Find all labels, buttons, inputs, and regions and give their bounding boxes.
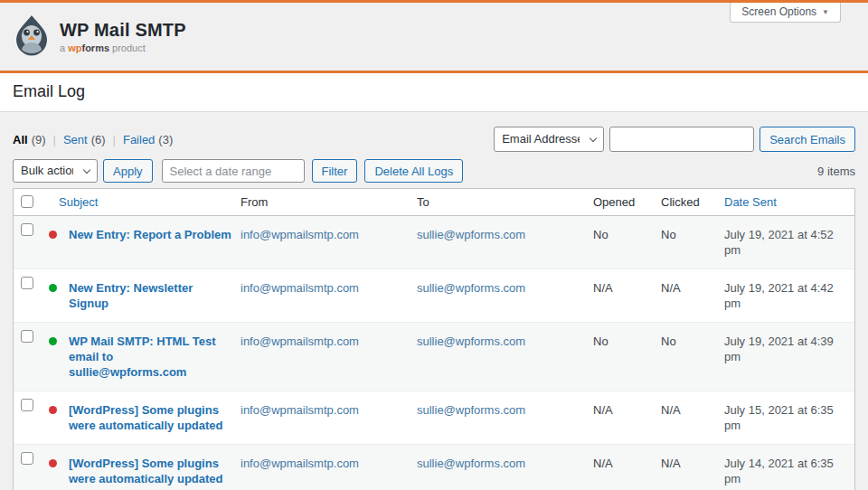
- view-sent-link[interactable]: Sent: [63, 133, 88, 146]
- sort-date-sent-header[interactable]: Date Sent: [724, 195, 777, 209]
- date-sent-value: July 19, 2021 at 4:52 pm: [724, 216, 854, 269]
- email-subject-link[interactable]: New Entry: Newsletter Signup: [69, 281, 193, 310]
- status-dot-icon: [49, 406, 57, 414]
- table-header-row: Subject From To Opened Clicked Date Sent: [14, 189, 854, 216]
- filter-button[interactable]: Filter: [312, 159, 358, 183]
- tagline-wp: wp: [68, 42, 81, 53]
- view-failed-link[interactable]: Failed: [123, 133, 155, 146]
- table-row: WP Mail SMTP: HTML Test email to sullie@…: [14, 323, 854, 391]
- opened-value: N/A: [593, 391, 661, 445]
- row-checkbox[interactable]: [21, 452, 33, 465]
- screen-options-button[interactable]: Screen Options ▼: [730, 3, 841, 23]
- clicked-header: Clicked: [661, 189, 724, 216]
- date-sent-value: July 19, 2021 at 4:39 pm: [724, 323, 854, 391]
- to-email: sullie@wpforms.com: [417, 391, 593, 445]
- sort-subject-header[interactable]: Subject: [59, 195, 98, 209]
- chevron-down-icon: ▼: [822, 8, 829, 16]
- select-all-checkbox[interactable]: [21, 195, 33, 208]
- from-email: info@wpmailsmtp.com: [241, 216, 417, 269]
- from-email: info@wpmailsmtp.com: [241, 323, 417, 391]
- email-subject-link[interactable]: WP Mail SMTP: HTML Test email to sullie@…: [69, 335, 216, 379]
- status-dot-icon: [49, 284, 57, 292]
- bulk-actions-select[interactable]: Bulk actions: [13, 159, 98, 183]
- view-filter-sent: Sent (6): [46, 133, 106, 146]
- view-failed-count: (3): [158, 133, 173, 146]
- from-email: info@wpmailsmtp.com: [241, 445, 417, 490]
- email-subject-link[interactable]: [WordPress] Some plugins were automatica…: [69, 457, 223, 485]
- page-title-bar: Email Log: [0, 73, 868, 112]
- search-emails-button[interactable]: Search Emails: [760, 127, 855, 152]
- view-all-link[interactable]: All: [13, 133, 28, 146]
- status-dot-icon: [49, 231, 57, 239]
- screen-options-label: Screen Options: [741, 5, 816, 18]
- clicked-value: No: [661, 323, 724, 391]
- email-subject-link[interactable]: [WordPress] Some plugins were automatica…: [69, 403, 223, 432]
- to-email: sullie@wpforms.com: [417, 269, 593, 323]
- to-email: sullie@wpforms.com: [417, 445, 593, 490]
- status-dot-icon: [49, 459, 57, 467]
- view-all-count: (9): [32, 133, 46, 146]
- clicked-value: N/A: [661, 445, 724, 490]
- items-count: 9 items: [817, 165, 855, 178]
- opened-value: N/A: [593, 269, 661, 323]
- search-input[interactable]: [609, 127, 754, 152]
- date-sent-value: July 14, 2021 at 6:35 pm: [724, 445, 854, 490]
- tagline-forms: forms: [81, 42, 109, 53]
- status-dot-icon: [49, 337, 57, 345]
- row-checkbox[interactable]: [21, 399, 33, 411]
- from-header: From: [241, 189, 417, 216]
- from-email: info@wpmailsmtp.com: [241, 269, 417, 323]
- bulk-actions-toolbar: Bulk actions Apply Filter Delete All Log…: [13, 159, 463, 183]
- opened-value: No: [593, 323, 661, 391]
- opened-value: N/A: [593, 445, 661, 490]
- delete-all-logs-button[interactable]: Delete All Logs: [364, 159, 463, 183]
- search-mode-select[interactable]: Email Addresses: [494, 127, 604, 152]
- row-checkbox[interactable]: [21, 330, 33, 343]
- view-sent-count: (6): [91, 133, 106, 146]
- clicked-value: N/A: [661, 269, 724, 323]
- table-row: New Entry: Report a Problem info@wpmails…: [14, 216, 854, 269]
- table-row: [WordPress] Some plugins were automatica…: [14, 391, 854, 445]
- email-log-table: Subject From To Opened Clicked Date Sent…: [13, 188, 855, 490]
- view-filter-all: All (9): [13, 133, 46, 146]
- pigeon-logo-icon: [13, 14, 51, 60]
- search-box: Email Addresses Search Emails: [494, 127, 855, 152]
- apply-button[interactable]: Apply: [103, 159, 153, 183]
- clicked-value: N/A: [661, 391, 724, 445]
- page-title: Email Log: [13, 82, 855, 101]
- to-header: To: [417, 189, 593, 216]
- tagline-suffix: product: [112, 42, 146, 53]
- opened-value: No: [593, 216, 661, 269]
- opened-header: Opened: [593, 189, 661, 216]
- from-email: info@wpmailsmtp.com: [241, 391, 417, 445]
- date-sent-value: July 15, 2021 at 6:35 pm: [724, 391, 854, 445]
- to-email: sullie@wpforms.com: [417, 323, 593, 391]
- row-checkbox[interactable]: [21, 277, 33, 289]
- tagline-prefix: a: [60, 42, 65, 53]
- email-subject-link[interactable]: New Entry: Report a Problem: [69, 228, 231, 241]
- row-checkbox[interactable]: [21, 223, 33, 236]
- to-email: sullie@wpforms.com: [417, 216, 593, 269]
- date-range-input[interactable]: [162, 159, 305, 183]
- table-row: New Entry: Newsletter Signup info@wpmail…: [14, 269, 854, 323]
- plugin-title: WP Mail SMTP: [60, 20, 186, 41]
- plugin-tagline: a wpforms product: [60, 42, 186, 53]
- date-sent-value: July 19, 2021 at 4:42 pm: [724, 269, 854, 323]
- view-filter-failed: Failed (3): [106, 133, 174, 146]
- clicked-value: No: [661, 216, 724, 269]
- email-log-tbody: New Entry: Report a Problem info@wpmails…: [14, 216, 854, 490]
- table-row: [WordPress] Some plugins were automatica…: [14, 445, 854, 490]
- view-filters: All (9) Sent (6) Failed (3): [13, 133, 173, 146]
